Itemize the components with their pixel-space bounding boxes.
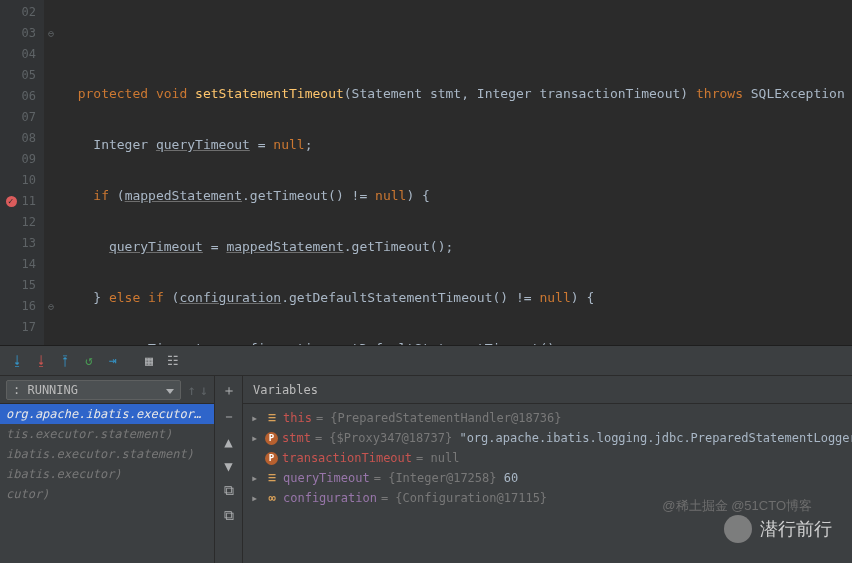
debug-toolbar: ⭳ ⭳ ⭱ ↺ ⇥ ▦ ☷: [0, 346, 852, 376]
down-icon[interactable]: ▼: [224, 458, 232, 474]
watermark-sub: @稀土掘金 @51CTO博客: [662, 497, 812, 515]
breakpoint-line[interactable]: 11: [0, 191, 44, 212]
code-content[interactable]: protected void setStatementTimeout(State…: [58, 0, 852, 345]
frame-list[interactable]: org.apache.ibatis.executor.statement) ti…: [0, 404, 214, 563]
line-number: 06: [0, 86, 44, 107]
duplicate-icon[interactable]: ⧉: [224, 507, 234, 524]
up-icon[interactable]: ▲: [224, 434, 232, 450]
frames-panel: : RUNNING ↑ ↓ org.apache.ibatis.executor…: [0, 376, 215, 563]
frame-item[interactable]: tis.executor.statement): [0, 424, 214, 444]
variables-title: Variables: [243, 376, 852, 404]
line-gutter: 02 03 04 05 06 07 08 09 10 11 12 13 14 1…: [0, 0, 44, 345]
line-number: 13: [0, 233, 44, 254]
object-icon: ☰: [265, 411, 279, 425]
copy-icon[interactable]: ⧉: [224, 482, 234, 499]
line-number: 16: [0, 296, 44, 317]
variable-row[interactable]: P transactionTimeout = null: [243, 448, 852, 468]
variable-row[interactable]: ▸ ☰ queryTimeout = {Integer@17258} 60: [243, 468, 852, 488]
line-number: 14: [0, 254, 44, 275]
line-number: 12: [0, 212, 44, 233]
fold-column: ⊖ ⊖: [44, 0, 58, 345]
line-number: 17: [0, 317, 44, 338]
param-icon: P: [265, 432, 278, 445]
param-icon: P: [265, 452, 278, 465]
line-number: 10: [0, 170, 44, 191]
new-watch-icon[interactable]: ＋: [222, 382, 236, 400]
line-number: 08: [0, 128, 44, 149]
drop-frame-icon[interactable]: ↺: [78, 350, 100, 372]
code-editor[interactable]: 02 03 04 05 06 07 08 09 10 11 12 13 14 1…: [0, 0, 852, 345]
wechat-icon: [724, 515, 752, 543]
step-into-icon[interactable]: ⭳: [30, 350, 52, 372]
line-number: 15: [0, 275, 44, 296]
variable-row[interactable]: ▸ P stmt = {$Proxy347@18737} "org.apache…: [243, 428, 852, 448]
thread-selector[interactable]: : RUNNING: [6, 380, 181, 400]
step-over-icon[interactable]: ⭳: [6, 350, 28, 372]
link-icon: ∞: [265, 491, 279, 505]
evaluate-icon[interactable]: ▦: [138, 350, 160, 372]
variables-list[interactable]: ▸ ☰ this = {PreparedStatementHandler@187…: [243, 404, 852, 512]
line-number: 03: [0, 23, 44, 44]
frame-item[interactable]: ibatis.executor.statement): [0, 444, 214, 464]
line-number: 05: [0, 65, 44, 86]
step-out-icon[interactable]: ⭱: [54, 350, 76, 372]
variable-row[interactable]: ▸ ☰ this = {PreparedStatementHandler@187…: [243, 408, 852, 428]
fold-icon[interactable]: ⊖: [44, 296, 58, 317]
next-frame-icon[interactable]: ↓: [200, 382, 208, 398]
line-number: 02: [0, 2, 44, 23]
line-number: 04: [0, 44, 44, 65]
line-number: 07: [0, 107, 44, 128]
frame-item[interactable]: cutor): [0, 484, 214, 504]
watermark: 潜行前行: [724, 515, 832, 543]
run-to-cursor-icon[interactable]: ⇥: [102, 350, 124, 372]
frame-item[interactable]: ibatis.executor): [0, 464, 214, 484]
frame-item[interactable]: org.apache.ibatis.executor.statement): [0, 404, 214, 424]
frames-header: : RUNNING ↑ ↓: [0, 376, 214, 404]
line-number: 09: [0, 149, 44, 170]
trace-icon[interactable]: ☷: [162, 350, 184, 372]
object-icon: ☰: [265, 471, 279, 485]
prev-frame-icon[interactable]: ↑: [187, 382, 195, 398]
remove-watch-icon[interactable]: －: [222, 408, 236, 426]
fold-icon[interactable]: ⊖: [44, 23, 58, 44]
variables-toolbar: ＋ － ▲ ▼ ⧉ ⧉: [215, 376, 243, 563]
